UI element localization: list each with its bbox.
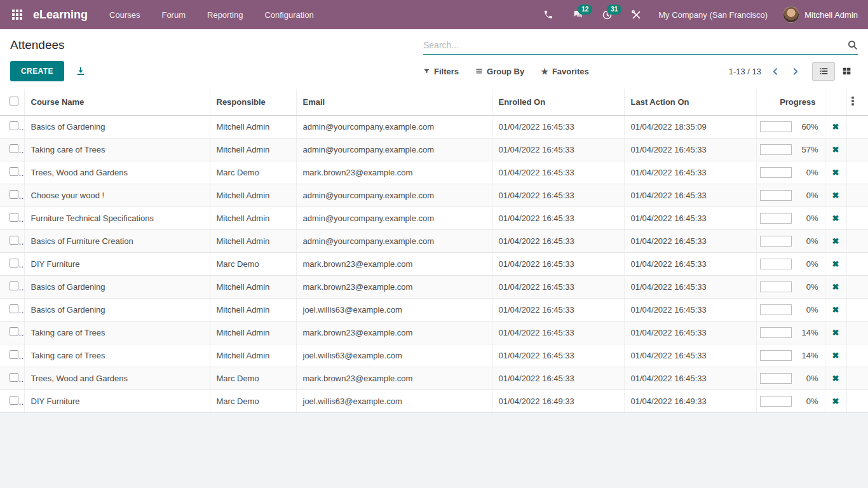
cell-enrolled-on: 01/04/2022 16:45:33 (492, 116, 624, 139)
cell-responsible: Mitchell Admin (210, 184, 296, 207)
table-row[interactable]: Trees, Wood and Gardens Marc Demo mark.b… (0, 161, 868, 184)
column-last-action-on[interactable]: Last Action On (624, 89, 756, 116)
cell-responsible: Marc Demo (210, 367, 296, 390)
column-course-name[interactable]: Course Name (24, 89, 210, 116)
row-checkbox[interactable] (10, 144, 18, 153)
export-icon[interactable] (76, 66, 86, 76)
table-row[interactable]: Trees, Wood and Gardens Marc Demo mark.b… (0, 367, 868, 390)
row-checkbox[interactable] (10, 350, 18, 359)
column-email[interactable]: Email (296, 89, 492, 116)
cell-last-action-on: 01/04/2022 16:45:33 (624, 344, 756, 367)
delete-row-icon[interactable]: ✖ (832, 214, 839, 223)
apps-menu-icon[interactable] (10, 8, 24, 22)
favorites-button[interactable]: ★ Favorites (541, 67, 588, 76)
app-name[interactable]: eLearning (33, 8, 88, 22)
delete-row-icon[interactable]: ✖ (832, 305, 839, 315)
table-row[interactable]: Taking care of Trees Mitchell Admin joel… (0, 344, 868, 367)
column-enrolled-on[interactable]: Enrolled On (492, 89, 624, 116)
delete-row-icon[interactable]: ✖ (832, 168, 839, 177)
column-progress[interactable]: Progress (756, 89, 825, 116)
search-icon[interactable] (847, 39, 858, 50)
tools-icon[interactable] (629, 8, 643, 21)
progress-bar (760, 327, 792, 338)
row-checkbox[interactable] (10, 259, 18, 268)
search-input[interactable] (423, 40, 847, 50)
group-by-button[interactable]: Group By (475, 67, 524, 76)
cell-course-name: DIY Furniture (24, 253, 210, 276)
cell-email: mark.brown23@example.com (296, 322, 492, 344)
progress-percent: 14% (798, 351, 818, 360)
table-row[interactable]: Furniture Technical Specifications Mitch… (0, 207, 868, 230)
row-checkbox[interactable] (10, 281, 18, 290)
row-checkbox[interactable] (10, 327, 18, 336)
filters-button[interactable]: Filters (423, 67, 459, 76)
filters-label: Filters (434, 67, 459, 76)
row-checkbox[interactable] (10, 373, 18, 382)
progress-bar (760, 281, 792, 292)
table-row[interactable]: DIY Furniture Marc Demo mark.brown23@exa… (0, 253, 868, 276)
table-row[interactable]: Basics of Gardening Mitchell Admin mark.… (0, 276, 868, 299)
menu-item[interactable]: Courses (109, 10, 140, 20)
table-row[interactable]: Taking care of Trees Mitchell Admin admi… (0, 139, 868, 161)
delete-row-icon[interactable]: ✖ (832, 122, 839, 132)
pager-previous-icon[interactable] (770, 66, 781, 77)
cell-responsible: Mitchell Admin (210, 207, 296, 230)
table-row[interactable]: Taking care of Trees Mitchell Admin mark… (0, 322, 868, 344)
phone-icon[interactable] (541, 8, 555, 21)
table-row[interactable]: Basics of Furniture Creation Mitchell Ad… (0, 230, 868, 253)
cell-last-action-on: 01/04/2022 16:45:33 (624, 230, 756, 253)
row-checkbox[interactable] (10, 304, 18, 313)
create-button[interactable]: CREATE (10, 61, 64, 81)
row-checkbox[interactable] (10, 236, 18, 245)
delete-row-icon[interactable]: ✖ (832, 236, 839, 246)
search-facets: Filters Group By ★ Favorites 1-13 / 13 (423, 61, 858, 81)
row-checkbox[interactable] (10, 213, 18, 222)
optional-columns-icon[interactable] (851, 97, 855, 105)
user-menu[interactable]: Mitchell Admin (783, 6, 858, 23)
column-responsible[interactable]: Responsible (210, 89, 296, 116)
messages-badge: 12 (578, 4, 592, 15)
menu-item[interactable]: Configuration (264, 10, 313, 20)
row-checkbox[interactable] (10, 167, 18, 176)
table-row[interactable]: Choose your wood ! Mitchell Admin admin@… (0, 184, 868, 207)
attendees-table-body: Basics of Gardening Mitchell Admin admin… (0, 116, 868, 413)
kanban-view-button[interactable] (835, 62, 858, 81)
cell-responsible: Mitchell Admin (210, 139, 296, 161)
cell-last-action-on: 01/04/2022 16:45:33 (624, 253, 756, 276)
activities-icon[interactable]: 31 (600, 8, 614, 21)
company-switcher[interactable]: My Company (San Francisco) (658, 10, 768, 20)
delete-row-icon[interactable]: ✖ (832, 328, 839, 337)
cell-responsible: Mitchell Admin (210, 344, 296, 367)
delete-row-icon[interactable]: ✖ (832, 282, 839, 292)
cell-course-name: Basics of Gardening (24, 276, 210, 299)
delete-row-icon[interactable]: ✖ (832, 396, 839, 406)
table-row[interactable]: Basics of Gardening Mitchell Admin joel.… (0, 299, 868, 322)
delete-row-icon[interactable]: ✖ (832, 145, 839, 154)
table-row[interactable]: Basics of Gardening Mitchell Admin admin… (0, 116, 868, 139)
delete-row-icon[interactable]: ✖ (832, 191, 839, 200)
cell-course-name: Trees, Wood and Gardens (24, 367, 210, 390)
progress-percent: 0% (798, 236, 818, 246)
delete-row-icon[interactable]: ✖ (832, 259, 839, 269)
cell-course-name: Choose your wood ! (24, 184, 210, 207)
cell-email: mark.brown23@example.com (296, 276, 492, 299)
cell-last-action-on: 01/04/2022 16:45:33 (624, 276, 756, 299)
row-checkbox[interactable] (10, 396, 18, 405)
row-checkbox[interactable] (10, 121, 18, 130)
select-all-checkbox[interactable] (10, 97, 18, 105)
progress-percent: 0% (798, 396, 818, 406)
menu-item[interactable]: Reporting (207, 10, 243, 20)
kanban-view-icon (842, 67, 851, 76)
messages-icon[interactable]: 12 (571, 8, 585, 21)
progress-bar (760, 213, 792, 224)
cell-email: joel.willis63@example.com (296, 344, 492, 367)
list-view-button[interactable] (812, 62, 835, 81)
table-row[interactable]: DIY Furniture Marc Demo joel.willis63@ex… (0, 390, 868, 413)
pager-next-icon[interactable] (790, 66, 801, 77)
delete-row-icon[interactable]: ✖ (832, 374, 839, 383)
cell-responsible: Marc Demo (210, 161, 296, 184)
menu-item[interactable]: Forum (161, 10, 186, 20)
delete-row-icon[interactable]: ✖ (832, 351, 839, 360)
progress-bar (760, 121, 792, 132)
row-checkbox[interactable] (10, 190, 18, 199)
